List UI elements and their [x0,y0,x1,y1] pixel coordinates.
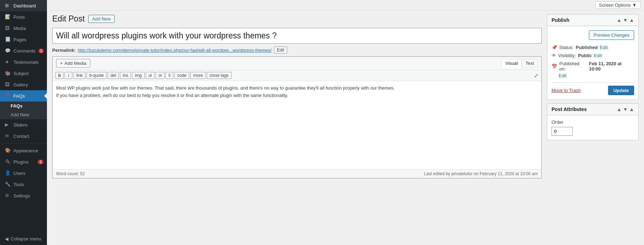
sidebar-item-label: Subject [13,71,29,76]
published-edit-link[interactable]: Edit [559,73,566,78]
sidebar-item-comments[interactable]: 💬 Comments 1 [0,45,47,56]
fmt-ul[interactable]: ul [146,72,155,79]
sidebar-item-sliders[interactable]: ▶ Sliders [0,119,47,130]
sidebar-item-dashboard[interactable]: ⊞ Dashboard [0,0,47,11]
order-input[interactable] [552,127,573,136]
collapse-label: Collapse menu [11,236,41,241]
sidebar-item-label: Users [13,171,25,176]
status-edit-link[interactable]: Edit [600,45,608,50]
permalink-label: Permalink: [52,48,76,53]
media-icon: 🖼 [5,25,11,31]
sidebar-item-pages[interactable]: 📃 Pages [0,34,47,45]
sidebar-item-label: Dashboard [13,3,36,8]
visibility-row: 👁 Visibility: Public Edit [552,51,634,60]
sidebar-item-settings[interactable]: ⚙ Settings [0,190,47,201]
published-label: Published on: [559,61,587,72]
update-button[interactable]: Update [608,86,634,95]
publish-box-header[interactable]: Publish ▲ ▼ ▲ [547,14,638,26]
add-media-label: Add Media [65,61,86,66]
sidebar-sub-add-new[interactable]: Add New [0,110,47,119]
add-new-button[interactable]: Add New [88,15,115,23]
attributes-collapse-down[interactable]: ▼ [623,106,628,112]
publish-footer: Move to Trash Update [552,82,634,95]
page-title: Edit Post [52,14,85,24]
published-value: Feb 11, 2020 at 10:00 [589,61,634,72]
collapse-menu[interactable]: ◀ Collapse menu [0,233,47,245]
sidebar-item-posts[interactable]: 📝 Posts [0,11,47,23]
tab-visual[interactable]: Visual [501,59,522,68]
sidebar-item-users[interactable]: 👤 Users [0,167,47,179]
sidebar-item-label: Testimonials [13,60,39,65]
screen-options-label: Screen Options [599,2,631,8]
fmt-bold[interactable]: b [55,72,64,79]
editor-footer: Word count: 52 Last edited by privatetut… [53,169,541,178]
sidebar-item-appearance[interactable]: 🎨 Appearance [0,145,47,156]
move-to-trash-button[interactable]: Move to Trash [552,88,580,93]
publish-box-controls: ▲ ▼ ▲ [616,17,634,23]
editor-box: + Add Media Visual Text b i link b-quote… [52,56,542,178]
posts-icon: 📝 [5,14,11,20]
sidebar-item-testimonials[interactable]: ★ Testimonials [0,56,47,68]
published-calendar-icon: 📅 [552,64,557,69]
permalink-url[interactable]: http://luzukdemo.com/demo/private-tutor/… [78,48,271,53]
sidebar-item-media[interactable]: 🖼 Media [0,23,47,34]
topbar: Screen Options ▼ [47,0,644,11]
attributes-toggle[interactable]: ▲ [629,106,634,112]
sidebar-item-label: Media [13,26,26,31]
fmt-del[interactable]: del [108,72,119,79]
collapse-icon: ◀ [5,236,8,241]
settings-icon: ⚙ [5,193,11,198]
visibility-edit-link[interactable]: Edit [594,53,602,58]
sidebar-item-faqs[interactable]: ❓ FAQs [0,90,47,102]
post-attributes-header[interactable]: Post Attributes ▲ ▼ ▲ [547,104,638,115]
sidebar-item-subject[interactable]: 📚 Subject [0,68,47,79]
fmt-ol[interactable]: ol [156,72,164,79]
pages-icon: 📃 [5,37,11,42]
sidebar-item-label: Plugins [13,159,29,165]
publish-box: Publish ▲ ▼ ▲ Preview Changes 📌 Status: … [547,14,639,100]
add-media-button[interactable]: + Add Media [56,59,90,68]
fmt-li[interactable]: li [165,72,173,79]
word-count: Word count: 52 [56,171,85,176]
sidebar-item-tools[interactable]: 🔧 Tools [0,179,47,190]
post-title-input[interactable] [52,28,542,44]
subject-icon: 📚 [5,71,11,76]
sidebar-item-label: Contact [13,134,29,139]
post-attributes-controls: ▲ ▼ ▲ [616,106,634,112]
tab-text[interactable]: Text [522,59,538,68]
screen-options-button[interactable]: Screen Options ▼ [595,1,640,9]
sidebar-sub-faqs[interactable]: FAQs [0,102,47,110]
published-row: 📅 Published on: Feb 11, 2020 at 10:00 [552,60,634,73]
sidebar-item-gallery[interactable]: 🖼 Gallery [0,79,47,90]
fmt-close-tags[interactable]: close tags [207,72,231,79]
post-content: Most WP plugins work just fine with our … [56,85,538,99]
attributes-collapse-up[interactable]: ▲ [616,106,621,112]
publish-collapse-down[interactable]: ▼ [623,17,628,23]
publish-box-title: Publish [552,17,570,23]
last-edited: Last edited by privatetutor on February … [424,171,538,176]
sidebar-item-contact[interactable]: ✉ Contact [0,130,47,142]
sidebar-item-label: Sliders [13,122,28,128]
tools-icon: 🔧 [5,182,11,187]
publish-toggle[interactable]: ▲ [629,17,634,23]
preview-changes-button[interactable]: Preview Changes [589,30,634,40]
publish-collapse-up[interactable]: ▲ [616,17,621,23]
editor-content[interactable]: Most WP plugins work just fine with our … [53,81,541,169]
sidebar-item-label: Pages [13,37,26,42]
fmt-bquote[interactable]: b-quote [86,72,107,79]
fullscreen-button[interactable]: ⤢ [534,72,538,79]
users-icon: 👤 [5,170,11,176]
sidebar-item-plugins[interactable]: 🔌 Plugins 1 [0,156,47,167]
faqs-icon: ❓ [5,93,11,99]
visibility-eye-icon: 👁 [552,53,556,58]
fmt-link[interactable]: link [73,72,85,79]
fmt-italic[interactable]: i [65,72,72,79]
sidebar-item-label: FAQs [13,93,25,99]
comments-badge: 1 [38,49,44,53]
fmt-more[interactable]: more [190,72,205,79]
editor-toolbar-top: + Add Media Visual Text [53,57,541,70]
fmt-img[interactable]: img [132,72,144,79]
fmt-ins[interactable]: ins [120,72,131,79]
permalink-edit-button[interactable]: Edit [274,47,288,54]
fmt-code[interactable]: code [174,72,189,79]
